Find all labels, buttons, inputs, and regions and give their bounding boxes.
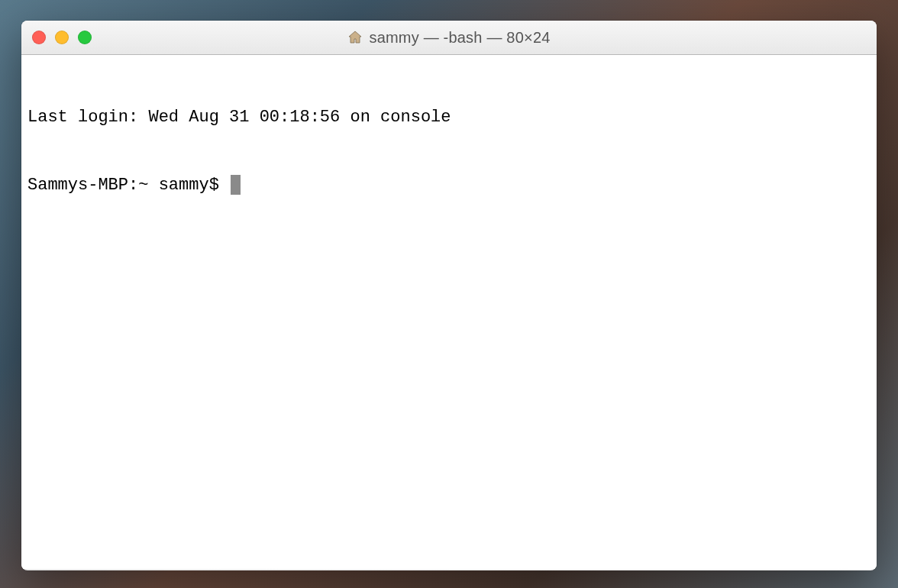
zoom-button[interactable]	[78, 31, 92, 44]
minimize-button[interactable]	[55, 31, 69, 44]
terminal-window: sammy — -bash — 80×24 Last login: Wed Au…	[21, 21, 877, 570]
last-login-line: Last login: Wed Aug 31 00:18:56 on conso…	[27, 106, 871, 129]
prompt-text: Sammys-MBP:~ sammy$	[27, 174, 229, 197]
titlebar[interactable]: sammy — -bash — 80×24	[21, 21, 877, 55]
window-edge	[21, 569, 877, 570]
cursor-block	[231, 175, 241, 195]
close-button[interactable]	[32, 31, 46, 44]
title-center: sammy — -bash — 80×24	[21, 29, 877, 47]
traffic-lights	[32, 31, 92, 44]
prompt-line: Sammys-MBP:~ sammy$	[27, 174, 871, 197]
home-icon	[347, 30, 363, 45]
window-title: sammy — -bash — 80×24	[369, 29, 550, 47]
terminal-body[interactable]: Last login: Wed Aug 31 00:18:56 on conso…	[21, 55, 877, 569]
